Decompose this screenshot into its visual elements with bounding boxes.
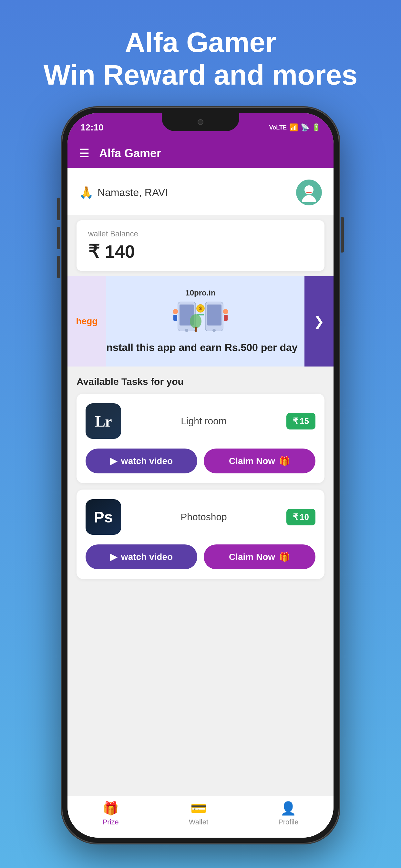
prize-nav-label: Prize <box>103 818 119 826</box>
status-icons: VoLTE 📶 📡 🔋 <box>269 123 320 132</box>
promo-content: 10pro.in $ <box>90 282 310 361</box>
profile-nav-icon: 👤 <box>280 801 297 816</box>
prize-nav-icon: 🎁 <box>103 801 119 816</box>
profile-nav-label: Profile <box>278 818 298 826</box>
svg-rect-12 <box>195 327 197 332</box>
task-actions-1: ▶ watch video Claim Now 🎁 <box>86 448 315 473</box>
svg-rect-16 <box>224 315 227 321</box>
gift-icon-2: 🎁 <box>279 552 290 562</box>
wifi-icon: 📶 <box>289 123 298 132</box>
claim-now-button-1[interactable]: Claim Now 🎁 <box>204 448 315 473</box>
wallet-nav-icon: 💳 <box>190 801 207 816</box>
phone-mockup: 12:10 VoLTE 📶 📡 🔋 ☰ Alfa Gamer 🙏 Namaste… <box>62 107 339 843</box>
play-icon-1: ▶ <box>110 456 117 466</box>
app-title: Alfa Gamer <box>99 147 161 160</box>
welcome-text: 🙏 Namaste, RAVI <box>79 186 168 199</box>
promo-left-brand: hegg <box>67 276 106 367</box>
task-actions-2: ▶ watch video Claim Now 🎁 <box>86 545 315 569</box>
svg-text:$: $ <box>199 306 202 311</box>
tasks-heading: Available Tasks for you <box>76 376 325 387</box>
task-top-row-2: Ps Photoshop ₹ 10 <box>86 499 315 535</box>
rupee-symbol-1: ₹ <box>293 416 298 426</box>
hamburger-icon[interactable]: ☰ <box>79 148 89 159</box>
watch-video-label-2: watch video <box>121 552 173 562</box>
promo-text: Install this app and earn Rs.500 per day <box>103 341 297 354</box>
rupee-symbol-2: ₹ <box>293 512 298 522</box>
watch-video-button-1[interactable]: ▶ watch video <box>86 448 197 473</box>
app-header: ☰ Alfa Gamer <box>67 139 334 168</box>
reward-amount-1: 15 <box>300 416 309 426</box>
camera-dot <box>197 119 204 125</box>
photoshop-icon: Ps <box>86 499 121 535</box>
promo-illustration: $ <box>168 299 233 341</box>
task-name-1: Light room <box>121 415 286 427</box>
wallet-card: wallet Balance ₹ 140 <box>76 220 325 271</box>
user-avatar[interactable] <box>296 180 322 206</box>
namaste-emoji: 🙏 <box>79 186 94 199</box>
hero-section: Alfa Gamer Win Reward and mores <box>43 26 358 91</box>
next-arrow-icon: ❯ <box>313 314 325 329</box>
svg-point-13 <box>173 309 178 314</box>
svg-point-5 <box>185 329 188 332</box>
nav-profile[interactable]: 👤 Profile <box>278 801 298 826</box>
wallet-label: wallet Balance <box>88 229 313 238</box>
watch-video-button-2[interactable]: ▶ watch video <box>86 545 197 569</box>
phone-screen: 12:10 VoLTE 📶 📡 🔋 ☰ Alfa Gamer 🙏 Namaste… <box>67 113 334 838</box>
svg-point-8 <box>212 329 216 332</box>
svg-point-11 <box>190 314 202 329</box>
play-icon-2: ▶ <box>110 552 117 562</box>
lightroom-icon: Lr <box>86 403 121 439</box>
svg-rect-14 <box>174 315 177 321</box>
brand-10pro: 10pro.in <box>185 288 215 298</box>
task-card-photoshop: Ps Photoshop ₹ 10 ▶ watch video <box>76 490 325 579</box>
svg-point-1 <box>302 195 316 202</box>
reward-amount-2: 10 <box>300 512 309 522</box>
task-card-lightroom: Lr Light room ₹ 15 ▶ watch video <box>76 394 325 483</box>
svg-rect-7 <box>207 305 221 326</box>
claim-now-label-2: Claim Now <box>229 552 275 562</box>
hero-line2: Win Reward and mores <box>43 59 358 91</box>
svg-point-15 <box>223 309 228 314</box>
wallet-nav-label: Wallet <box>189 818 208 826</box>
svg-rect-2 <box>306 192 312 193</box>
hero-line1: Alfa Gamer <box>125 26 276 58</box>
volte-icon: VoLTE <box>269 124 287 131</box>
avatar-svg <box>299 183 319 202</box>
main-content: 🙏 Namaste, RAVI wallet Balance ₹ 140 <box>67 168 334 796</box>
greeting-text: Namaste, RAVI <box>97 187 168 198</box>
battery-icon: 🔋 <box>312 123 320 132</box>
bottom-nav: 🎁 Prize 💳 Wallet 👤 Profile <box>67 796 334 838</box>
task-name-2: Photoshop <box>121 512 286 523</box>
claim-now-label-1: Claim Now <box>229 456 275 466</box>
hegg-brand: hegg <box>76 316 98 327</box>
promo-right-arrow[interactable]: ❯ <box>305 276 334 367</box>
task-reward-1: ₹ 15 <box>286 413 315 430</box>
task-reward-2: ₹ 10 <box>286 509 315 525</box>
claim-now-button-2[interactable]: Claim Now 🎁 <box>204 545 315 569</box>
promo-banner[interactable]: hegg 10pro.in <box>67 276 334 367</box>
wallet-amount: ₹ 140 <box>88 241 313 262</box>
watch-video-label-1: watch video <box>121 456 173 466</box>
phone-notch <box>162 113 239 131</box>
gift-icon-1: 🎁 <box>279 456 290 466</box>
nav-wallet[interactable]: 💳 Wallet <box>189 801 208 826</box>
signal-icon: 📡 <box>301 123 309 132</box>
welcome-section: 🙏 Namaste, RAVI <box>67 168 334 215</box>
nav-prize[interactable]: 🎁 Prize <box>103 801 119 826</box>
tasks-section: Available Tasks for you Lr Light room ₹ … <box>67 367 334 592</box>
task-top-row-1: Lr Light room ₹ 15 <box>86 403 315 439</box>
